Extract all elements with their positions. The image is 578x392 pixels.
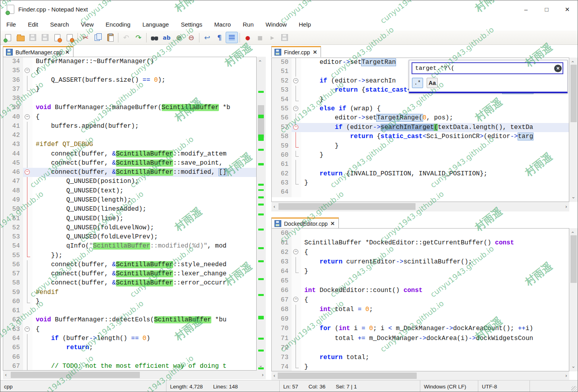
line-number[interactable]: 50 (3, 205, 23, 214)
line-number[interactable]: 50 (272, 58, 292, 67)
menu-window[interactable]: Window (260, 18, 293, 31)
word-wrap-button[interactable]: ↩ (201, 32, 213, 43)
line-number[interactable]: 61 (272, 238, 292, 248)
bottom-right-horizontal-scrollbar[interactable]: ‹ › (271, 371, 569, 380)
record-macro-button[interactable]: ● (242, 32, 254, 43)
search-close-icon[interactable]: ✕ (554, 65, 562, 72)
editor-dockededitor[interactable]: 6061ScintillaBuffer *DockedEditor::getCu… (271, 228, 569, 371)
line-number[interactable]: 63 (272, 257, 292, 267)
line-number[interactable]: 60 (272, 229, 292, 238)
maximize-button[interactable]: □ (536, 0, 557, 18)
line-number[interactable]: 62 (272, 248, 292, 257)
play-macro-button[interactable]: ▶ (266, 32, 278, 43)
line-number[interactable]: 47 (3, 177, 23, 186)
save-all-button[interactable] (39, 32, 51, 43)
line-number[interactable]: 66 (272, 286, 292, 295)
fold-marker-icon[interactable]: − (23, 66, 33, 75)
minimize-button[interactable]: – (516, 0, 536, 18)
line-number[interactable]: 70 (272, 324, 292, 333)
line-number[interactable]: 61 (3, 306, 23, 315)
show-all-chars-button[interactable] (226, 32, 238, 43)
find-button[interactable] (148, 32, 160, 43)
line-number[interactable]: 64 (272, 267, 292, 276)
copy-button[interactable] (92, 32, 104, 43)
top-right-vertical-scrollbar[interactable]: ‹ ‹ (569, 58, 578, 202)
close-all-button[interactable] (64, 32, 76, 43)
tab-dockededitor[interactable]: DockedEditor.cpp ✕ (271, 217, 339, 229)
line-number[interactable]: 37 (3, 85, 23, 94)
line-number[interactable]: 48 (3, 186, 23, 196)
line-number[interactable]: 61 (272, 160, 292, 169)
line-number[interactable]: 35 (3, 66, 23, 75)
undo-button[interactable]: ↶ (120, 32, 132, 43)
line-number[interactable]: 67 (3, 362, 23, 371)
line-number[interactable]: 53 (3, 233, 23, 242)
cut-button[interactable]: ✂ (79, 32, 92, 43)
bottom-right-vertical-scrollbar[interactable]: ‹ ‹ (569, 228, 578, 371)
line-number[interactable]: 51 (272, 67, 292, 76)
fold-marker-icon[interactable]: − (292, 248, 301, 257)
left-vertical-scrollbar[interactable]: ‹ ‹ (257, 57, 266, 371)
new-file-button[interactable] (2, 32, 14, 43)
line-number[interactable]: 56 (272, 113, 292, 123)
resize-grip[interactable] (571, 386, 577, 392)
line-number[interactable]: 39 (3, 103, 23, 112)
menu-file[interactable]: File (0, 18, 22, 31)
line-number[interactable]: 65 (272, 276, 292, 286)
line-number[interactable]: 72 (272, 343, 292, 353)
line-number[interactable]: 58 (272, 132, 292, 141)
line-number[interactable]: 66 (3, 353, 23, 362)
line-number[interactable]: 63 (272, 179, 292, 188)
menu-encoding[interactable]: Encoding (100, 18, 137, 31)
line-number[interactable]: 42 (3, 131, 23, 140)
close-button[interactable] (51, 32, 64, 43)
editor-buffermanager[interactable]: 34BufferManager::~BufferManager()35−{36 … (3, 57, 257, 371)
menu-search[interactable]: Search (44, 18, 75, 31)
line-number[interactable]: 57 (3, 269, 23, 279)
line-number[interactable]: 65 (3, 343, 23, 352)
line-number[interactable]: 59 (272, 142, 292, 151)
fold-marker-icon[interactable]: − (292, 77, 301, 86)
line-number[interactable]: 60 (3, 297, 23, 306)
line-number[interactable]: 73 (272, 353, 292, 362)
line-number[interactable]: 46 (3, 168, 23, 177)
line-number[interactable]: 64 (272, 188, 292, 197)
paste-button[interactable] (104, 32, 116, 43)
line-number[interactable]: 36 (3, 76, 23, 85)
menu-help[interactable]: Help (293, 18, 317, 31)
line-number[interactable]: 59 (3, 288, 23, 297)
line-number[interactable]: 63 (3, 325, 23, 334)
line-number[interactable]: 53 (272, 86, 292, 95)
menu-run[interactable]: Run (237, 18, 260, 31)
line-number[interactable]: 57 (272, 123, 292, 132)
zoom-out-button[interactable]: ⊖ (185, 32, 197, 43)
tab-close-icon[interactable]: ✕ (331, 221, 335, 227)
menu-settings[interactable]: Settings (175, 18, 208, 31)
line-number[interactable]: 38 (3, 94, 23, 103)
save-macro-button[interactable] (278, 32, 291, 43)
fold-marker-icon[interactable]: − (292, 104, 301, 113)
menu-edit[interactable]: Edit (22, 18, 44, 31)
fold-marker-icon[interactable]: − (23, 168, 33, 177)
zoom-in-button[interactable]: ⊕ (173, 32, 185, 43)
tab-close-icon[interactable]: ✕ (65, 49, 70, 55)
line-number[interactable]: 58 (3, 279, 23, 288)
line-number[interactable]: 51 (3, 214, 23, 223)
status-encoding[interactable]: UTF-8 (478, 380, 530, 392)
line-number[interactable]: 34 (3, 57, 23, 66)
line-number[interactable]: 62 (3, 315, 23, 325)
line-number[interactable]: 55 (272, 104, 292, 113)
search-input[interactable] (412, 62, 563, 74)
tab-finder[interactable]: Finder.cpp ✕ (271, 46, 321, 57)
close-button[interactable]: ✕ (557, 0, 578, 18)
show-eol-button[interactable]: ¶ (213, 32, 226, 43)
regex-toggle-button[interactable]: .* (412, 78, 423, 88)
line-number[interactable]: 52 (272, 77, 292, 86)
menu-macro[interactable]: Macro (208, 18, 237, 31)
status-eol-format[interactable]: Windows (CR LF) (420, 380, 478, 392)
tab-buffermanager[interactable]: BufferManager.cpp ✕ (3, 46, 73, 57)
line-number[interactable]: 74 (272, 362, 292, 371)
status-language[interactable]: cpp (0, 380, 166, 392)
line-number[interactable]: 62 (272, 169, 292, 179)
line-number[interactable]: 44 (3, 150, 23, 159)
